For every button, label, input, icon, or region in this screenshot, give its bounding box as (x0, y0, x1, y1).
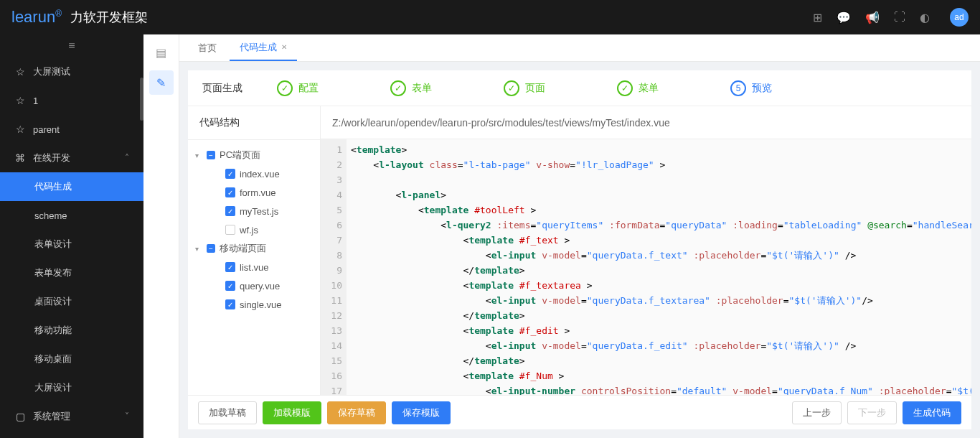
tree-title: 代码结构 (188, 106, 320, 140)
toggle-icon: ▾ (195, 245, 202, 253)
checkbox-icon[interactable]: ✓ (225, 262, 235, 272)
toggle-icon: ▾ (195, 152, 202, 159)
save-draft-button[interactable]: 保存草稿 (327, 401, 386, 424)
tab-bar: 首页代码生成✕ (179, 34, 980, 62)
close-icon[interactable]: ✕ (281, 43, 287, 51)
tree-node-query.vue[interactable]: ✓query.vue (188, 276, 320, 295)
prev-button[interactable]: 上一步 (792, 401, 842, 424)
chevron-down-icon: ˅ (125, 411, 129, 421)
chevron-up-icon: ˄ (125, 153, 129, 163)
menu-icon: ☆ (14, 66, 26, 78)
tree-panel: 代码结构 ▾−PC端页面✓index.vue✓form.vue✓myTest.j… (188, 106, 321, 395)
tab-代码生成[interactable]: 代码生成✕ (230, 34, 297, 61)
tree-node-form.vue[interactable]: ✓form.vue (188, 183, 320, 202)
message-icon[interactable]: 💬 (837, 11, 851, 24)
sidebar-item-1[interactable]: ☆1 (0, 86, 143, 115)
sidebar-item-表单发布[interactable]: 表单发布 (0, 258, 143, 287)
checkbox-icon[interactable]: ✓ (225, 187, 235, 197)
sidebar-toggle-icon[interactable]: ≡ (0, 34, 143, 57)
tool-table-icon[interactable]: ▤ (149, 40, 174, 65)
step-预览[interactable]: 5预览 (730, 80, 772, 96)
sidebar-item-代码生成[interactable]: 代码生成 (0, 172, 143, 201)
step-页面[interactable]: ✓页面 (504, 80, 545, 96)
check-icon: ✓ (504, 80, 519, 96)
tree-node-single.vue[interactable]: ✓single.vue (188, 295, 320, 314)
sidebar-item-大屏测试[interactable]: ☆大屏测试 (0, 57, 143, 86)
sidebar-item-移动桌面[interactable]: 移动桌面 (0, 345, 143, 373)
folder-icon: − (207, 244, 215, 253)
step-number: 5 (730, 80, 746, 96)
checkbox-icon[interactable]: ✓ (225, 169, 235, 179)
load-template-button[interactable]: 加载模版 (263, 401, 321, 424)
steps-title: 页面生成 (202, 82, 242, 95)
menu-icon: ⌘ (14, 152, 26, 164)
menu-icon: ☆ (14, 95, 26, 106)
next-button[interactable]: 下一步 (847, 401, 897, 424)
app-title: 力软开发框架 (70, 9, 148, 26)
step-表单[interactable]: ✓表单 (390, 80, 432, 96)
sidebar-item-parent[interactable]: ☆parent (0, 115, 143, 144)
tab-首页[interactable]: 首页 (188, 34, 227, 61)
file-path: Z:/work/learun/opendev/learun-pro/src/mo… (321, 106, 971, 139)
checkbox-icon[interactable]: ✓ (225, 281, 235, 291)
code-editor[interactable]: 123456789101112131415161718 <template> <… (321, 139, 971, 395)
menu-icon: ▢ (14, 411, 26, 422)
step-配置[interactable]: ✓配置 (277, 80, 319, 96)
tree-node-myTest.js[interactable]: ✓myTest.js (188, 202, 320, 220)
app-header: learun® 力软开发框架 ⊞ 💬 📢 ⛶ ◐ ad (0, 0, 980, 34)
steps-bar: 页面生成 ✓配置✓表单✓页面✓菜单5预览 (188, 70, 971, 106)
tree-node-list.vue[interactable]: ✓list.vue (188, 258, 320, 276)
check-icon: ✓ (277, 80, 293, 96)
checkbox-icon[interactable] (225, 225, 235, 235)
add-app-icon[interactable]: ⊞ (813, 11, 822, 24)
sidebar-item-表单设计[interactable]: 表单设计 (0, 230, 143, 258)
checkbox-icon[interactable]: ✓ (225, 206, 235, 216)
theme-icon[interactable]: ◐ (920, 11, 930, 24)
scrollbar-thumb[interactable] (140, 78, 143, 121)
check-icon: ✓ (390, 80, 406, 96)
fullscreen-icon[interactable]: ⛶ (894, 11, 905, 24)
tree-node-index.vue[interactable]: ✓index.vue (188, 164, 320, 183)
sidebar-item-桌面设计[interactable]: 桌面设计 (0, 287, 143, 316)
notification-icon[interactable]: 📢 (865, 11, 880, 24)
tool-edit-icon[interactable]: ✎ (149, 70, 174, 95)
logo: learun® (11, 8, 62, 27)
mini-toolbar: ▤ ✎ (143, 34, 179, 438)
sidebar-item-scheme[interactable]: scheme (0, 201, 143, 230)
checkbox-icon[interactable]: ✓ (225, 299, 235, 309)
avatar[interactable]: ad (950, 8, 969, 27)
generate-button[interactable]: 生成代码 (903, 401, 961, 424)
load-draft-button[interactable]: 加载草稿 (198, 401, 257, 424)
sidebar-item-大屏设计[interactable]: 大屏设计 (0, 373, 143, 402)
menu-icon: ☆ (14, 124, 26, 135)
step-菜单[interactable]: ✓菜单 (617, 80, 659, 96)
sidebar-item-移动功能[interactable]: 移动功能 (0, 316, 143, 345)
sidebar: ≡ ☆大屏测试☆1☆parent⌘在线开发˄代码生成scheme表单设计表单发布… (0, 34, 143, 438)
sidebar-item-在线开发[interactable]: ⌘在线开发˄ (0, 144, 143, 172)
tree-node-PC端页面[interactable]: ▾−PC端页面 (188, 146, 320, 164)
tree-node-wf.js[interactable]: wf.js (188, 220, 320, 239)
save-template-button[interactable]: 保存模版 (392, 401, 451, 424)
sidebar-item-系统管理[interactable]: ▢系统管理˅ (0, 402, 143, 431)
folder-icon: − (207, 151, 215, 159)
tree-node-移动端页面[interactable]: ▾−移动端页面 (188, 239, 320, 258)
check-icon: ✓ (617, 80, 633, 96)
